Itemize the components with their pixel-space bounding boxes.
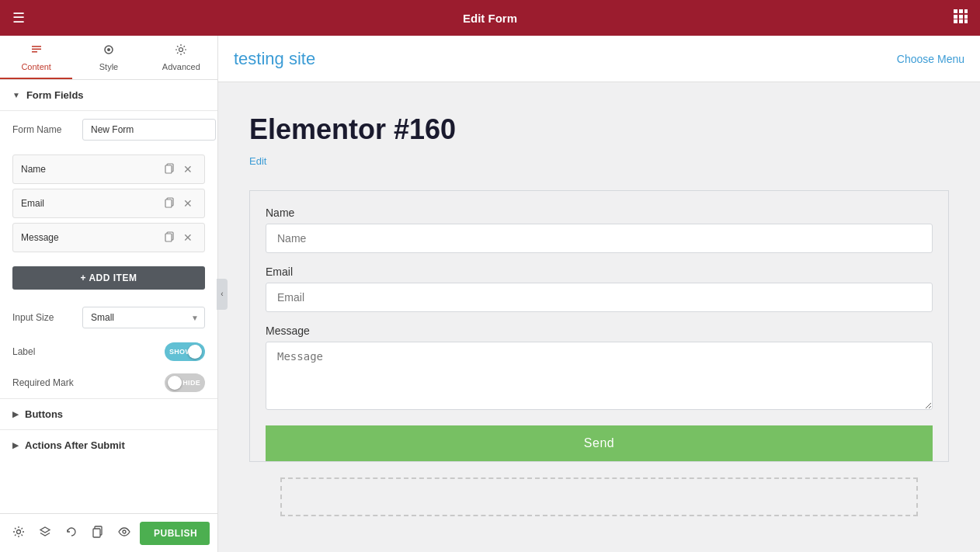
- toggle-knob: [188, 345, 202, 359]
- svg-point-18: [17, 529, 21, 533]
- label-toggle-row: Label SHOW: [0, 336, 217, 367]
- duplicate-icon-button[interactable]: [87, 522, 109, 544]
- svg-rect-4: [959, 15, 963, 19]
- svg-rect-5: [964, 15, 968, 19]
- tabs: Content Style: [0, 36, 217, 80]
- field-name-delete-button[interactable]: ✕: [179, 162, 196, 176]
- right-content: testing site Choose Menu Elementor #160 …: [218, 36, 980, 552]
- form-field-name-label: Name: [266, 207, 933, 219]
- input-size-select[interactable]: Small Medium Large: [82, 307, 205, 328]
- form-field-message: Message: [266, 325, 933, 425]
- form-name-row: Form Name: [0, 111, 217, 148]
- content-icon: [30, 43, 43, 59]
- tab-advanced-label: Advanced: [162, 62, 200, 71]
- form-field-message-label: Message: [266, 325, 933, 337]
- bottom-toolbar: PUBLISH ▲: [0, 513, 217, 552]
- field-item-name: Name ✕: [12, 154, 205, 184]
- required-toggle-knob: [168, 376, 182, 390]
- actions-arrow-icon: ▶: [12, 441, 19, 450]
- actions-section-header[interactable]: ▶ Actions After Submit: [0, 429, 217, 460]
- form-container: Name Email Message Send: [249, 190, 949, 462]
- publish-group: PUBLISH ▲: [140, 522, 210, 545]
- required-mark-toggle-text: HIDE: [182, 379, 200, 387]
- label-toggle-label: Label: [12, 346, 165, 357]
- form-field-email: Email: [266, 266, 933, 325]
- svg-point-21: [123, 530, 126, 533]
- field-email-duplicate-button[interactable]: [161, 196, 179, 211]
- hamburger-icon[interactable]: ☰: [12, 9, 25, 26]
- input-size-row: Input Size Small Medium Large ▼: [0, 299, 217, 336]
- advanced-icon: [175, 43, 187, 59]
- canvas: Elementor #160 Edit Name Email Message: [218, 82, 980, 552]
- svg-rect-20: [93, 529, 100, 537]
- field-message-label: Message: [21, 232, 161, 243]
- page-title: Edit Form: [463, 12, 517, 25]
- svg-rect-0: [954, 9, 957, 13]
- input-size-label: Input Size: [12, 312, 82, 323]
- svg-rect-15: [165, 200, 172, 207]
- svg-rect-1: [959, 9, 963, 13]
- label-toggle[interactable]: SHOW: [165, 342, 205, 361]
- choose-menu-link[interactable]: Choose Menu: [897, 53, 964, 65]
- svg-rect-3: [954, 15, 957, 19]
- tab-style-label: Style: [99, 62, 118, 71]
- svg-point-10: [107, 48, 110, 51]
- undo-icon-button[interactable]: [61, 522, 82, 544]
- svg-rect-7: [959, 19, 963, 23]
- svg-rect-6: [954, 19, 957, 23]
- form-fields-label: Form Fields: [26, 89, 84, 101]
- form-field-name: Name: [266, 207, 933, 266]
- form-name-preview-input[interactable]: [266, 224, 933, 253]
- layers-icon-button[interactable]: [34, 522, 56, 544]
- tab-style[interactable]: Style: [72, 36, 144, 79]
- form-field-email-label: Email: [266, 266, 933, 278]
- required-mark-toggle[interactable]: HIDE: [165, 373, 205, 392]
- buttons-arrow-icon: ▶: [12, 410, 19, 418]
- tab-content[interactable]: Content: [0, 36, 72, 79]
- svg-rect-2: [964, 9, 968, 13]
- form-name-label: Form Name: [12, 124, 82, 135]
- field-name-duplicate-button[interactable]: [161, 161, 179, 177]
- edit-link[interactable]: Edit: [249, 155, 266, 167]
- svg-point-11: [179, 48, 183, 52]
- tab-advanced[interactable]: Advanced: [145, 36, 217, 79]
- field-items-list: Name ✕ Email: [0, 148, 217, 263]
- dashed-placeholder: [280, 477, 918, 516]
- section-arrow-icon: ▼: [12, 91, 20, 99]
- required-mark-toggle-row: Required Mark HIDE: [0, 367, 217, 398]
- grid-icon[interactable]: [954, 9, 968, 26]
- input-size-select-wrap: Small Medium Large ▼: [82, 307, 205, 328]
- settings-icon-button[interactable]: [8, 522, 30, 544]
- eye-icon-button[interactable]: [113, 522, 135, 544]
- actions-section-label: Actions After Submit: [25, 439, 125, 451]
- site-header: testing site Choose Menu: [218, 36, 980, 82]
- form-email-preview-input[interactable]: [266, 283, 933, 312]
- field-email-delete-button[interactable]: ✕: [179, 196, 196, 210]
- send-button[interactable]: Send: [266, 425, 933, 461]
- svg-rect-17: [165, 234, 172, 241]
- field-message-delete-button[interactable]: ✕: [179, 231, 196, 245]
- publish-button[interactable]: PUBLISH: [140, 522, 210, 545]
- required-mark-label: Required Mark: [12, 377, 165, 388]
- svg-rect-8: [964, 19, 968, 23]
- page-heading: Elementor #160: [249, 113, 949, 146]
- form-fields-section-header[interactable]: ▼ Form Fields: [0, 80, 217, 111]
- field-item-message: Message ✕: [12, 223, 205, 252]
- site-title: testing site: [234, 49, 315, 69]
- buttons-section-label: Buttons: [25, 408, 63, 420]
- field-item-email: Email ✕: [12, 189, 205, 218]
- field-name-label: Name: [21, 164, 161, 175]
- style-icon: [103, 43, 115, 59]
- form-message-preview-textarea[interactable]: [266, 342, 933, 410]
- left-panel: Content Style: [0, 36, 218, 552]
- form-name-input[interactable]: [82, 119, 216, 141]
- field-message-duplicate-button[interactable]: [161, 230, 179, 245]
- svg-rect-13: [165, 165, 172, 173]
- add-item-button[interactable]: + ADD ITEM: [12, 266, 205, 290]
- buttons-section-header[interactable]: ▶ Buttons: [0, 398, 217, 429]
- panel-collapse-handle[interactable]: ‹: [217, 279, 228, 310]
- top-bar: ☰ Edit Form: [0, 0, 980, 36]
- panel-content: ▼ Form Fields Form Name Name: [0, 80, 217, 513]
- tab-content-label: Content: [21, 62, 51, 71]
- field-email-label: Email: [21, 198, 161, 209]
